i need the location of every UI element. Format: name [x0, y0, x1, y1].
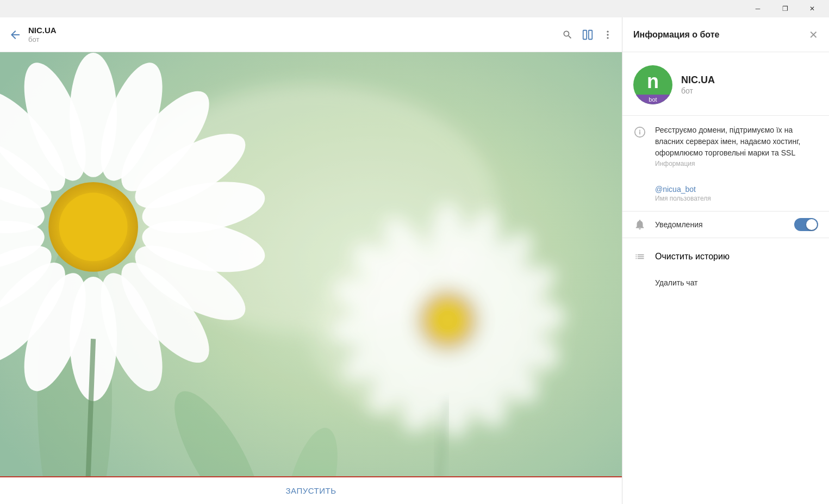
minimize-button[interactable]: ─ [745, 0, 770, 17]
more-icon [602, 29, 613, 40]
chat-subtitle: бот [28, 35, 562, 44]
back-button[interactable] [9, 28, 22, 41]
start-button[interactable]: ЗАПУСТИТЬ [0, 477, 622, 504]
info-username-row: @nicua_bot Имя пользователя [622, 176, 829, 211]
info-circle-icon [634, 126, 646, 138]
title-bar: ─ ❐ ✕ [0, 0, 829, 17]
info-close-button[interactable]: ✕ [809, 28, 818, 41]
chat-wallpaper [0, 52, 622, 476]
search-button[interactable] [562, 29, 573, 40]
notification-row: Уведомления [622, 211, 829, 238]
bot-profile: n bot NIC.UA бот [622, 52, 829, 116]
chat-panel: NIC.UA бот [0, 17, 622, 504]
toggle-thumb [806, 219, 817, 230]
svg-rect-1 [589, 30, 592, 39]
bot-type: бот [681, 86, 715, 95]
info-description-content: Реєструємо домени, підтримуємо їх на вла… [655, 125, 818, 167]
info-panel-title: Информация о боте [633, 30, 809, 40]
info-header: Информация о боте ✕ [622, 17, 829, 52]
split-view-button[interactable] [582, 29, 594, 41]
bot-name: NIC.UA [681, 74, 715, 86]
info-panel: Информация о боте ✕ n bot NIC.UA бот [622, 17, 829, 504]
delete-chat-button[interactable]: Удалить чат [622, 271, 829, 295]
back-icon [9, 28, 22, 41]
info-icon [633, 126, 646, 139]
split-view-icon [582, 29, 594, 41]
daisy-image [0, 52, 622, 476]
bot-avatar-letter: n [647, 72, 659, 91]
svg-point-2 [607, 30, 608, 32]
list-icon [634, 251, 645, 262]
svg-rect-0 [583, 30, 587, 39]
actions-section: Очистить историю Удалить чат [622, 238, 829, 299]
bell-icon [633, 218, 646, 231]
chat-header: NIC.UA бот [0, 17, 622, 52]
chat-body [0, 52, 622, 476]
notifications-section: Уведомления [622, 211, 829, 238]
more-options-button[interactable] [602, 29, 613, 40]
clear-history-button[interactable]: Очистить историю [622, 242, 829, 271]
info-description-section: Реєструємо домени, підтримуємо їх на вла… [622, 116, 829, 211]
bell-svg-icon [634, 219, 646, 231]
bot-name-block: NIC.UA бот [681, 74, 715, 95]
info-description-row: Реєструємо домени, підтримуємо їх на вла… [622, 116, 829, 176]
clear-history-label: Очистить историю [655, 252, 730, 262]
info-username-content: @nicua_bot Имя пользователя [655, 185, 711, 202]
info-username-icon [633, 186, 646, 199]
close-button[interactable]: ✕ [800, 0, 825, 17]
search-icon [562, 29, 573, 40]
info-username-text[interactable]: @nicua_bot [655, 185, 711, 194]
maximize-button[interactable]: ❐ [772, 0, 797, 17]
clear-history-icon [633, 250, 646, 263]
svg-rect-51 [0, 52, 622, 476]
chat-header-actions [562, 29, 613, 41]
info-username-label: Имя пользователя [655, 195, 711, 202]
info-description-text: Реєструємо домени, підтримуємо їх на вла… [655, 125, 818, 159]
svg-point-3 [607, 34, 608, 35]
app-container: NIC.UA бот [0, 17, 829, 504]
chat-title: NIC.UA [28, 26, 562, 35]
bot-avatar: n bot [633, 65, 672, 104]
notification-label: Уведомления [655, 220, 786, 229]
chat-footer: ЗАПУСТИТЬ [0, 476, 622, 504]
chat-header-info: NIC.UA бот [28, 26, 562, 44]
notifications-toggle[interactable] [794, 218, 818, 231]
info-description-label: Информация [655, 160, 818, 167]
svg-point-4 [607, 37, 608, 39]
bot-avatar-badge: bot [633, 95, 672, 104]
